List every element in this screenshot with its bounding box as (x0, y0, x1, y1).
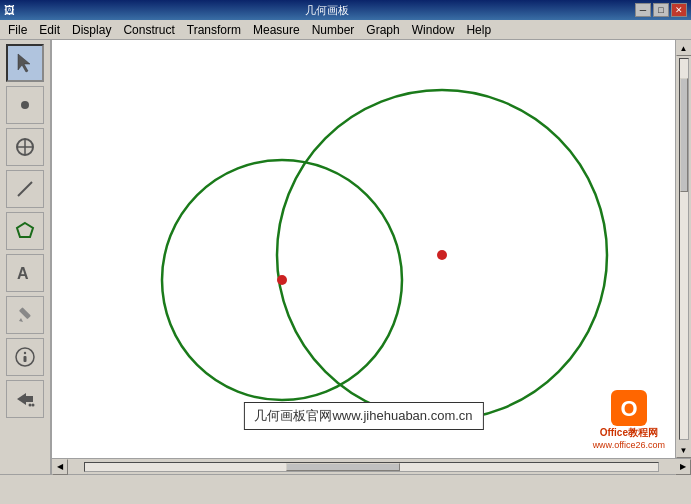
office-brand: Office教程网 (600, 426, 658, 440)
menu-edit[interactable]: Edit (33, 21, 66, 39)
menu-bar: File Edit Display Construct Transform Me… (0, 20, 691, 40)
watermark-label: 几何画板官网www.jihehuaban.com.cn (243, 402, 483, 430)
line-tool[interactable] (6, 170, 44, 208)
status-bar (0, 474, 691, 494)
scroll-up-button[interactable]: ▲ (676, 40, 692, 56)
arrow-icon (14, 52, 36, 74)
menu-help[interactable]: Help (460, 21, 497, 39)
h-scrollbar-thumb[interactable] (286, 463, 401, 471)
svg-point-15 (32, 404, 35, 407)
svg-marker-13 (17, 393, 33, 405)
line-icon (14, 178, 36, 200)
office-url: www.office26.com (593, 440, 665, 450)
svg-marker-6 (17, 223, 33, 237)
maximize-button[interactable]: □ (653, 3, 669, 17)
scroll-down-button[interactable]: ▼ (676, 442, 692, 458)
v-scrollbar-track[interactable] (679, 58, 689, 440)
svg-rect-12 (24, 356, 27, 362)
info-icon (14, 346, 36, 368)
svg-marker-9 (19, 318, 23, 322)
title-bar-controls: ─ □ ✕ (635, 3, 687, 17)
pencil-tool[interactable] (6, 296, 44, 334)
horizontal-scrollbar: ◀ ▶ (52, 458, 691, 474)
svg-line-5 (18, 182, 32, 196)
compass-tool[interactable] (6, 128, 44, 166)
svg-point-11 (24, 352, 26, 354)
toolbar: A (0, 40, 52, 474)
drawing-svg (52, 40, 675, 458)
office-logo: O Office教程网 www.office26.com (593, 390, 665, 450)
info-tool[interactable] (6, 338, 44, 376)
svg-point-19 (437, 250, 447, 260)
canvas-area[interactable]: 几何画板官网www.jihehuaban.com.cn O Office教程网 … (52, 40, 675, 458)
svg-rect-8 (19, 307, 31, 319)
canvas-with-scrollbar: 几何画板官网www.jihehuaban.com.cn O Office教程网 … (52, 40, 691, 458)
v-scrollbar-thumb[interactable] (680, 78, 688, 192)
minimize-button[interactable]: ─ (635, 3, 651, 17)
menu-number[interactable]: Number (306, 21, 361, 39)
compass-icon (14, 136, 36, 158)
text-icon: A (14, 262, 36, 284)
menu-construct[interactable]: Construct (117, 21, 180, 39)
menu-transform[interactable]: Transform (181, 21, 247, 39)
canvas-inner: 几何画板官网www.jihehuaban.com.cn O Office教程网 … (52, 40, 675, 458)
point-tool[interactable] (6, 86, 44, 124)
title-bar: 🖼 几何画板 ─ □ ✕ (0, 0, 691, 20)
menu-graph[interactable]: Graph (360, 21, 405, 39)
menu-window[interactable]: Window (406, 21, 461, 39)
pencil-icon (14, 304, 36, 326)
title-bar-title: 几何画板 (19, 3, 635, 18)
close-button[interactable]: ✕ (671, 3, 687, 17)
svg-marker-0 (18, 54, 30, 72)
polygon-icon (14, 220, 36, 242)
svg-point-14 (29, 404, 32, 407)
svg-point-1 (21, 101, 29, 109)
arrow-tool[interactable] (6, 44, 44, 82)
svg-text:A: A (17, 265, 29, 282)
scroll-left-button[interactable]: ◀ (52, 459, 68, 475)
custom-icon (14, 388, 36, 410)
text-tool[interactable]: A (6, 254, 44, 292)
h-scrollbar-track[interactable] (84, 462, 659, 472)
main-layout: A (0, 40, 691, 474)
menu-display[interactable]: Display (66, 21, 117, 39)
svg-text:O: O (620, 396, 637, 421)
office-icon: O (611, 390, 647, 426)
watermark-text: 几何画板官网www.jihehuaban.com.cn (254, 408, 472, 423)
svg-point-18 (277, 275, 287, 285)
vertical-scrollbar: ▲ ▼ (675, 40, 691, 458)
polygon-tool[interactable] (6, 212, 44, 250)
canvas-container: 几何画板官网www.jihehuaban.com.cn O Office教程网 … (52, 40, 691, 474)
scroll-right-button[interactable]: ▶ (675, 459, 691, 475)
menu-file[interactable]: File (2, 21, 33, 39)
menu-measure[interactable]: Measure (247, 21, 306, 39)
point-icon (14, 94, 36, 116)
custom-tool[interactable] (6, 380, 44, 418)
